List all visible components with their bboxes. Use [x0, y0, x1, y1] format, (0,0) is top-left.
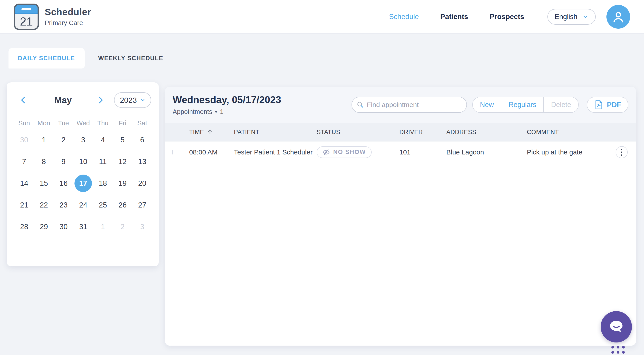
person-icon	[611, 10, 626, 24]
brand-text: Scheduler Primary Care	[45, 7, 91, 27]
pdf-button-label: PDF	[607, 101, 621, 109]
tab-weekly-schedule[interactable]: WEEKLY SCHEDULE	[85, 48, 176, 69]
calendar-day[interactable]: 13	[132, 151, 152, 172]
appointment-address: Blue Lagoon	[444, 148, 525, 156]
calendar-day[interactable]: 30	[54, 216, 73, 237]
calendar-card: May 2023 SunMonTueWedThuFriSat 301234567…	[7, 82, 159, 266]
calendar-logo-top	[15, 5, 38, 14]
calendar-day[interactable]: 3	[73, 129, 93, 151]
calendar-day[interactable]: 2	[113, 216, 132, 237]
status-badge-label: NO SHOW	[333, 149, 366, 156]
nav-prospects[interactable]: Prospects	[490, 13, 524, 21]
column-header-driver[interactable]: DRIVER	[398, 129, 444, 136]
calendar-day[interactable]: 12	[113, 151, 132, 172]
calendar-day[interactable]: 22	[34, 194, 54, 216]
row-select-cell	[165, 150, 188, 154]
calendar-day[interactable]: 11	[93, 151, 113, 172]
calendar-day[interactable]: 31	[73, 216, 93, 237]
calendar-prev-month-button[interactable]	[19, 96, 27, 105]
chat-widget-button[interactable]	[600, 311, 632, 342]
calendar-day[interactable]: 10	[73, 151, 93, 172]
row-menu-button[interactable]	[616, 146, 628, 158]
calendar-day[interactable]: 16	[54, 172, 73, 194]
column-header-address[interactable]: ADDRESS	[444, 129, 525, 136]
calendar-day[interactable]: 23	[54, 194, 73, 216]
calendar-day[interactable]: 1	[34, 129, 54, 151]
appointment-actions-group: New Regulars Delete	[472, 97, 579, 113]
search-icon	[356, 101, 364, 109]
calendar-logo-dash	[22, 8, 31, 10]
appointment-time: 08:00 AM	[188, 148, 232, 156]
weekday-label: Mon	[34, 118, 54, 129]
calendar-day[interactable]: 24	[73, 194, 93, 216]
column-header-comment[interactable]: COMMENT	[525, 129, 606, 136]
calendar-day[interactable]: 8	[34, 151, 54, 172]
app-subtitle: Primary Care	[45, 19, 91, 27]
calendar-day[interactable]: 5	[113, 129, 132, 151]
export-pdf-button[interactable]: PDF	[587, 97, 628, 113]
calendar-day[interactable]: 25	[93, 194, 113, 216]
calendar-logo-day: 21	[15, 14, 38, 29]
weekday-label: Tue	[54, 118, 73, 129]
row-checkbox[interactable]	[172, 150, 173, 154]
delete-button[interactable]: Delete	[544, 97, 578, 112]
calendar-next-month-button[interactable]	[96, 96, 105, 105]
table-header-row: TIME PATIENT STATUS DRIVER ADDRESS COMME…	[165, 123, 636, 141]
calendar-day[interactable]: 7	[14, 151, 34, 172]
status-badge: NO SHOW	[317, 146, 372, 158]
calendar-day[interactable]: 18	[93, 172, 113, 194]
app-header: 21 Scheduler Primary Care Schedule Patie…	[0, 0, 644, 34]
calendar-month-label: May	[34, 95, 92, 105]
calendar-day[interactable]: 20	[132, 172, 152, 194]
nav-patients[interactable]: Patients	[440, 13, 468, 21]
pdf-file-icon	[594, 100, 603, 110]
calendar-day[interactable]: 28	[14, 216, 34, 237]
search-box[interactable]	[352, 97, 467, 113]
search-input[interactable]	[367, 101, 462, 109]
regulars-button[interactable]: Regulars	[501, 97, 544, 112]
calendar-day[interactable]: 6	[132, 129, 152, 151]
calendar-year-label: 2023	[120, 96, 137, 105]
weekday-label: Sat	[132, 118, 152, 129]
appointments-count: 1	[220, 108, 224, 116]
appointment-row[interactable]: 08:00 AM Tester Patient 1 Scheduler ... …	[165, 141, 636, 163]
calendar-day[interactable]: 4	[93, 129, 113, 151]
calendar-day[interactable]: 2	[54, 129, 73, 151]
user-avatar[interactable]	[606, 5, 630, 29]
calendar-day-selected[interactable]: 17	[73, 172, 93, 194]
calendar-day[interactable]: 27	[132, 194, 152, 216]
column-header-time[interactable]: TIME	[188, 129, 232, 136]
new-appointment-button[interactable]: New	[473, 97, 501, 112]
app-title: Scheduler	[45, 7, 91, 18]
eye-off-icon	[322, 148, 330, 156]
column-header-patient[interactable]: PATIENT	[232, 129, 315, 136]
column-header-status[interactable]: STATUS	[315, 129, 398, 136]
language-label: English	[554, 13, 577, 21]
calendar-day[interactable]: 30	[14, 129, 34, 151]
calendar-year-selector[interactable]: 2023	[114, 92, 151, 108]
calendar-day[interactable]: 9	[54, 151, 73, 172]
appointment-status-cell: NO SHOW	[315, 146, 398, 158]
weekday-label: Wed	[73, 118, 93, 129]
main-nav: Schedule Patients Prospects English	[368, 5, 630, 29]
calendar-day[interactable]: 26	[113, 194, 132, 216]
appointments-label: Appointments	[173, 108, 212, 116]
calendar-weekdays: SunMonTueWedThuFriSat	[7, 118, 159, 129]
weekday-label: Thu	[93, 118, 113, 129]
calendar-day[interactable]: 19	[113, 172, 132, 194]
appointments-panel: Wednesday, 05/17/2023 Appointments • 1 N…	[165, 87, 636, 345]
calendar-day[interactable]: 29	[34, 216, 54, 237]
calendar-day[interactable]: 14	[14, 172, 34, 194]
calendar-day[interactable]: 21	[14, 194, 34, 216]
calendar-day[interactable]: 1	[93, 216, 113, 237]
language-selector[interactable]: English	[548, 9, 596, 25]
weekday-label: Sun	[14, 118, 34, 129]
drag-handle-dots[interactable]	[611, 346, 625, 354]
row-actions-cell	[606, 146, 636, 158]
chevron-left-icon	[20, 96, 27, 105]
calendar-day[interactable]: 3	[132, 216, 152, 237]
tab-daily-schedule[interactable]: DAILY SCHEDULE	[8, 48, 85, 69]
nav-schedule[interactable]: Schedule	[389, 13, 419, 21]
calendar-day[interactable]: 15	[34, 172, 54, 194]
column-header-time-label: TIME	[189, 129, 204, 136]
